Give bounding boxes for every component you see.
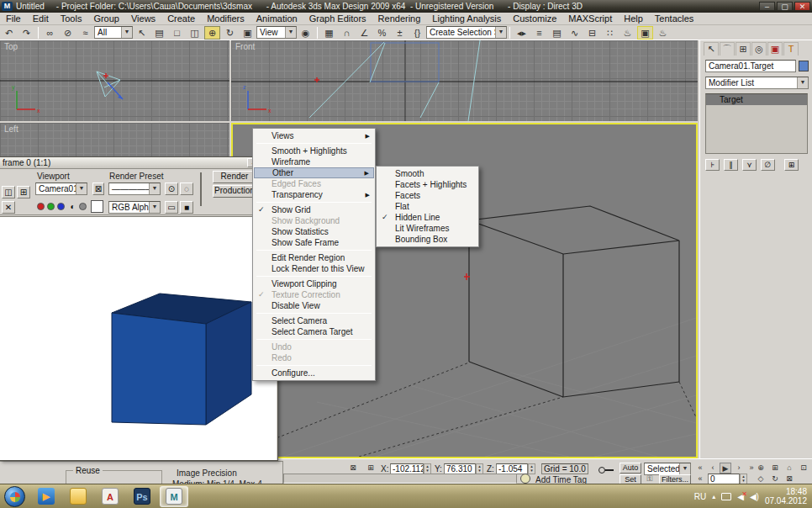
menu-item-transparency[interactable]: Transparency ▶ xyxy=(254,189,374,200)
menu-maxscript[interactable]: MAXScript xyxy=(562,13,618,25)
rectangular-selection-region-icon[interactable]: □ xyxy=(169,26,185,40)
menu-file[interactable]: File xyxy=(0,13,27,25)
redo-icon[interactable]: ↷ xyxy=(18,26,34,40)
start-button[interactable] xyxy=(4,486,25,507)
rendered-frame-window-icon[interactable]: ▣ xyxy=(637,26,653,40)
select-and-manipulate-icon[interactable]: ◉ xyxy=(298,26,314,40)
make-unique-icon[interactable]: ⋎ xyxy=(742,159,757,171)
display-tab[interactable]: ▣ xyxy=(767,42,783,56)
select-and-move-icon[interactable]: ⊕ xyxy=(204,26,220,40)
render-button[interactable]: Render xyxy=(213,171,256,183)
mirror-icon[interactable]: ◀▶ xyxy=(514,26,530,40)
menu-rendering[interactable]: Rendering xyxy=(372,13,427,25)
monochrome-channel-icon[interactable]: ◐ xyxy=(67,201,78,214)
menu-tools[interactable]: Tools xyxy=(55,13,88,25)
spinner-snap-icon[interactable]: ± xyxy=(392,26,408,40)
menu-graph-editors[interactable]: Graph Editors xyxy=(303,13,372,25)
create-tab[interactable]: ↖ xyxy=(704,42,719,56)
menu-lighting-analysis[interactable]: Lighting Analysis xyxy=(426,13,507,25)
utilities-tab[interactable]: T xyxy=(783,42,799,56)
percent-snap-icon[interactable]: % xyxy=(374,26,390,40)
viewport-left-label[interactable]: Left xyxy=(4,124,18,134)
show-end-result-icon[interactable]: ∥ xyxy=(724,159,738,171)
clone-rendered-frame-icon[interactable]: ⊞ xyxy=(17,186,30,198)
clear-image-icon[interactable]: ✕ xyxy=(2,201,15,214)
select-object-icon[interactable]: ↖ xyxy=(134,26,150,40)
language-indicator[interactable]: RU xyxy=(694,492,706,501)
hierarchy-tab[interactable]: ⊞ xyxy=(736,42,751,56)
battery-icon[interactable] xyxy=(721,493,731,500)
render-preset-dropdown[interactable]: ————— ▼ xyxy=(108,183,161,195)
menu-item-select-camera-target[interactable]: Select Camera Target xyxy=(254,326,374,337)
go-to-start-icon[interactable]: « xyxy=(694,463,706,474)
quick-render-icon[interactable]: ♨ xyxy=(655,26,671,40)
alpha-channel-icon[interactable] xyxy=(79,203,87,210)
select-by-name-icon[interactable]: ▤ xyxy=(151,26,167,40)
select-and-rotate-icon[interactable]: ↻ xyxy=(222,26,238,40)
volume-icon[interactable]: ◀) xyxy=(750,492,759,501)
environment-effects-icon[interactable]: ◌ xyxy=(180,183,193,195)
blue-channel-icon[interactable] xyxy=(57,203,65,210)
menu-item-edit-render-region[interactable]: Edit Render Region xyxy=(254,252,374,263)
stack-item-target[interactable]: Target xyxy=(706,94,807,105)
reference-coordinate-dropdown[interactable]: View ▼ xyxy=(256,26,297,39)
window-crossing-icon[interactable]: ◫ xyxy=(187,26,203,40)
menu-modifiers[interactable]: Modifiers xyxy=(201,13,250,25)
layer-manager-icon[interactable]: ▤ xyxy=(549,26,565,40)
submenu-item-bounding-box[interactable]: Bounding Box xyxy=(377,234,477,245)
auto-key-button[interactable]: Auto xyxy=(620,463,641,474)
menu-item-wireframe[interactable]: Wireframe xyxy=(254,156,374,167)
muted-speaker-icon[interactable]: ◀✕ xyxy=(737,492,744,501)
submenu-item-facets-highlights[interactable]: Facets + Highlights xyxy=(377,179,477,190)
remove-modifier-icon[interactable]: ∅ xyxy=(761,159,775,171)
menu-item-show-safe-frame[interactable]: Show Safe Frame xyxy=(254,237,374,248)
taskbar-media-player[interactable]: ▶ xyxy=(32,486,61,507)
production-button[interactable]: Production xyxy=(213,185,256,198)
menu-create[interactable]: Create xyxy=(161,13,201,25)
red-channel-icon[interactable] xyxy=(37,203,45,210)
pin-stack-icon[interactable]: ⊦ xyxy=(705,159,720,171)
viewport-front[interactable]: Front x z xyxy=(231,40,698,121)
selection-filter-dropdown[interactable]: All ▼ xyxy=(94,26,133,39)
object-color-swatch[interactable] xyxy=(799,61,809,71)
viewport-front-label[interactable]: Front xyxy=(235,42,255,51)
channel-display-dropdown[interactable]: RGB Alpha ▼ xyxy=(108,201,161,214)
green-channel-icon[interactable] xyxy=(47,203,55,210)
edit-named-selection-sets-icon[interactable]: {} xyxy=(409,26,425,40)
maximize-button[interactable]: ▢ xyxy=(777,2,793,11)
previous-frame-icon[interactable]: ‹ xyxy=(707,463,719,474)
configure-modifier-sets-icon[interactable]: ⊞ xyxy=(784,159,799,171)
bind-to-space-warp-icon[interactable]: ≈ xyxy=(77,26,93,40)
named-selection-set-dropdown[interactable]: Create Selection Se ▼ xyxy=(426,26,507,39)
taskbar-explorer[interactable] xyxy=(64,486,92,507)
taskbar-autocad[interactable]: A xyxy=(96,486,124,507)
taskbar-3dsmax[interactable]: M xyxy=(160,486,188,507)
submenu-item-facets[interactable]: Facets xyxy=(377,190,477,201)
menu-item-viewport-clipping[interactable]: Viewport Clipping xyxy=(254,278,374,289)
submenu-item-lit-wireframes[interactable]: Lit Wireframes xyxy=(377,223,477,234)
menu-item-other[interactable]: Other ▶ xyxy=(254,167,374,178)
submenu-item-flat[interactable]: Flat xyxy=(377,201,477,212)
rendered-frame-titlebar[interactable]: frame 0 (1:1) – ▢ xyxy=(0,157,277,169)
zoom-icon[interactable]: ⊕ xyxy=(755,463,767,474)
lock-viewport-icon[interactable]: ⊠ xyxy=(92,183,104,195)
object-name-field[interactable]: Camera01.Target xyxy=(705,60,796,72)
keyboard-shortcut-override-icon[interactable]: ▦ xyxy=(321,26,337,40)
menu-item-lock-render[interactable]: Lock Render to this View xyxy=(254,263,374,274)
viewport-dropdown[interactable]: Camera01 ▼ xyxy=(35,183,87,195)
taskbar-clock[interactable]: 18:48 07.04.2012 xyxy=(765,487,807,505)
menu-help[interactable]: Help xyxy=(618,13,649,25)
taskbar-photoshop[interactable]: Ps xyxy=(128,486,156,507)
z-spinner[interactable]: ▴▾ xyxy=(528,463,535,474)
menu-item-disable-view[interactable]: Disable View xyxy=(254,300,374,311)
display-alpha-icon[interactable]: ■ xyxy=(180,201,193,214)
menu-item-show-grid[interactable]: ✓ Show Grid xyxy=(254,204,374,215)
menu-item-show-statistics[interactable]: Show Statistics xyxy=(254,226,374,237)
menu-item-smooth-highlights[interactable]: Smooth + Highlights xyxy=(254,146,374,156)
zoom-region-icon[interactable]: ⊡ xyxy=(798,463,809,474)
save-image-icon[interactable]: ◫ xyxy=(2,186,15,198)
menu-animation[interactable]: Animation xyxy=(250,13,303,25)
menu-customize[interactable]: Customize xyxy=(507,13,562,25)
render-presets-icon[interactable]: ⊙ xyxy=(165,183,178,195)
schematic-view-icon[interactable]: ⊟ xyxy=(584,26,600,40)
